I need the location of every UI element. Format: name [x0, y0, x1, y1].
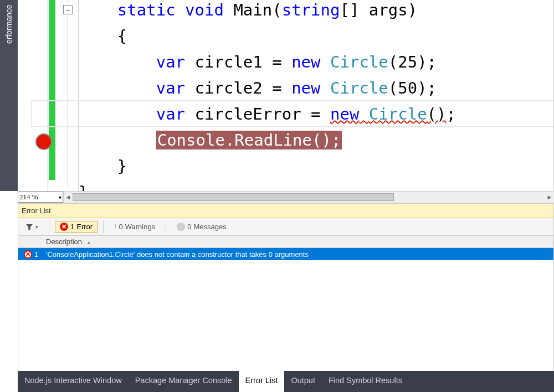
- description-column[interactable]: Description ▲: [43, 238, 553, 246]
- change-bar: [49, 0, 55, 180]
- selected-text: Console.ReadLine();: [156, 131, 342, 149]
- error-icon: ✕: [24, 250, 32, 259]
- scroll-left-icon[interactable]: ◄: [64, 194, 73, 200]
- errors-filter[interactable]: ✕ 1 Error: [55, 221, 98, 233]
- warnings-label: Warnings: [125, 223, 155, 231]
- separator: [166, 221, 166, 233]
- breakpoint-icon[interactable]: [35, 133, 52, 150]
- info-icon: i: [177, 223, 185, 231]
- warning-icon: !: [114, 223, 116, 231]
- funnel-icon: [25, 223, 33, 231]
- code-editor[interactable]: − static void Main(string[] args) { var …: [18, 0, 554, 191]
- sort-asc-icon: ▲: [86, 240, 91, 245]
- editor-footer: 214 % ▾ ◄ ►: [18, 191, 554, 203]
- error-grid-header[interactable]: Description ▲: [18, 236, 553, 248]
- tab-package-manager[interactable]: Package Manager Console: [129, 371, 239, 392]
- row-index: 1: [34, 250, 38, 259]
- outline-guide: [68, 0, 68, 188]
- error-list-panel: Error List ▾ ✕ 1 Error ! 0 Warnings i 0 …: [18, 203, 554, 371]
- performance-label: erformance: [4, 4, 13, 44]
- filter-button[interactable]: ▾: [20, 221, 43, 233]
- zoom-value: 214 %: [19, 193, 38, 202]
- col-label: Description: [46, 238, 82, 246]
- messages-label: Messages: [193, 223, 226, 231]
- editor-margin[interactable]: [18, 0, 48, 191]
- zoom-dropdown[interactable]: 214 % ▾: [18, 192, 63, 203]
- fold-glyph: −: [65, 6, 70, 14]
- chevron-down-icon: ▾: [35, 224, 38, 230]
- panel-title-bar[interactable]: Error List: [18, 204, 553, 218]
- performance-explorer-tab[interactable]: erformance: [0, 0, 18, 191]
- tool-window-tabs: Node.js Interactive Window Package Manag…: [18, 371, 554, 392]
- tab-error-list[interactable]: Error List: [239, 371, 285, 392]
- error-list-toolbar: ▾ ✕ 1 Error ! 0 Warnings i 0 Messages: [18, 218, 553, 236]
- code-text[interactable]: static void Main(string[] args) { var ci…: [79, 0, 553, 191]
- separator: [49, 221, 49, 233]
- errors-count: 1: [70, 223, 74, 231]
- scroll-track[interactable]: [73, 192, 545, 202]
- separator: [103, 221, 104, 233]
- scroll-thumb[interactable]: [73, 193, 394, 201]
- scroll-right-icon[interactable]: ►: [545, 194, 554, 200]
- horizontal-scrollbar[interactable]: ◄ ►: [63, 192, 554, 203]
- messages-filter[interactable]: i 0 Messages: [172, 221, 231, 233]
- chevron-down-icon: ▾: [59, 194, 61, 200]
- outline-column[interactable]: −: [57, 0, 79, 191]
- panel-title: Error List: [22, 207, 51, 215]
- tab-output[interactable]: Output: [284, 371, 322, 392]
- errors-label: Error: [76, 223, 93, 231]
- warnings-filter[interactable]: ! 0 Warnings: [109, 221, 160, 233]
- fold-toggle[interactable]: −: [63, 5, 73, 14]
- tab-nodejs-interactive[interactable]: Node.js Interactive Window: [18, 371, 129, 392]
- error-icon: ✕: [60, 223, 68, 231]
- messages-count: 0: [187, 223, 191, 231]
- error-row[interactable]: ✕ 1 'ConsoleApplication1.Circle' does no…: [18, 248, 553, 260]
- tab-find-symbol[interactable]: Find Symbol Results: [322, 371, 409, 392]
- row-description: 'ConsoleApplication1.Circle' does not co…: [46, 250, 309, 259]
- warnings-count: 0: [119, 223, 122, 231]
